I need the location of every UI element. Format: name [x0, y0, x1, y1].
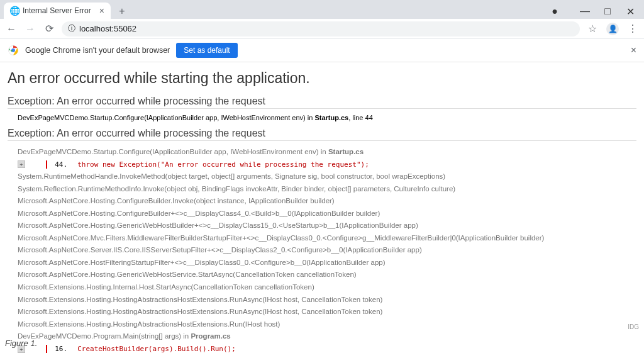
toolbar-right: ☆ 👤 ⋮ — [586, 23, 639, 35]
browser-tab[interactable]: 🌐 Internal Server Error × — [4, 3, 111, 19]
stack-frame: Microsoft.AspNetCore.Hosting.GenericWebH… — [8, 269, 636, 281]
stack-frame: Microsoft.AspNetCore.Server.IIS.Core.IIS… — [8, 244, 636, 257]
stack-frame: Microsoft.AspNetCore.HostFilteringStartu… — [8, 257, 636, 269]
watermark: IDG — [628, 323, 639, 330]
exception-detail-heading: Exception: An error occurred while proce… — [8, 128, 636, 141]
stack-frame: System.Reflection.RuntimeMethodInfo.Invo… — [8, 183, 636, 196]
stack-frame: Microsoft.Extensions.Hosting.Internal.Ho… — [8, 281, 636, 294]
stack-frame: Microsoft.AspNetCore.Mvc.Filters.Middlew… — [8, 232, 636, 245]
url-field[interactable]: ⓘ localhost:55062 — [62, 21, 580, 36]
stack-frame: Microsoft.Extensions.Hosting.HostingAbst… — [8, 306, 636, 318]
stack-source-row: + 16.CreateHostBuilder(args).Build().Run… — [8, 343, 636, 353]
new-tab-button[interactable]: + — [114, 4, 130, 19]
maximize-icon[interactable]: □ — [599, 4, 616, 19]
menu-icon[interactable]: ⋮ — [626, 23, 639, 35]
back-icon[interactable]: ← — [5, 23, 18, 35]
tab-close-icon[interactable]: × — [99, 6, 104, 16]
stack-frame: Microsoft.AspNetCore.Hosting.ConfigureBu… — [8, 208, 636, 220]
default-browser-infobar: Google Chrome isn't your default browser… — [0, 39, 644, 62]
set-default-button[interactable]: Set as default — [176, 43, 237, 58]
stack-frame: System.RuntimeMethodHandle.InvokeMethod(… — [8, 171, 636, 183]
expand-toggle[interactable]: + — [18, 160, 25, 168]
globe-icon: 🌐 — [10, 6, 19, 15]
site-info-icon[interactable]: ⓘ — [68, 23, 75, 34]
minimize-icon[interactable]: — — [576, 4, 594, 19]
error-page: An error occurred while starting the app… — [0, 62, 644, 353]
stack-frame: Microsoft.AspNetCore.Hosting.ConfigureBu… — [8, 195, 636, 208]
stack-frame: DevExPageMVCDemo.Program.Main(string[] a… — [8, 330, 636, 343]
forward-icon: → — [24, 23, 36, 35]
figure-label: Figure 1. — [5, 339, 37, 348]
stack-source-row: + 44.throw new Exception("An error occur… — [8, 159, 636, 171]
infobar-dismiss-icon[interactable]: × — [631, 45, 636, 56]
browser-chrome: 🌐 Internal Server Error × + ● — □ ✕ ← → … — [0, 0, 644, 39]
stack-frame: Microsoft.AspNetCore.Hosting.GenericWebH… — [8, 220, 636, 232]
exception-summary-heading: Exception: An error occurred while proce… — [8, 96, 636, 109]
address-bar: ← → ⟳ ⓘ localhost:55062 ☆ 👤 ⋮ — [0, 19, 644, 39]
star-icon[interactable]: ☆ — [586, 23, 599, 35]
stack-frame: Microsoft.Extensions.Hosting.HostingAbst… — [8, 318, 636, 331]
tab-bar: 🌐 Internal Server Error × + ● — □ ✕ — [0, 0, 644, 19]
url-text: localhost:55062 — [79, 24, 136, 33]
profile-avatar-icon[interactable]: 👤 — [606, 23, 619, 35]
window-controls: ● — □ ✕ — [546, 4, 644, 19]
account-dot-icon[interactable]: ● — [546, 4, 564, 19]
reload-icon[interactable]: ⟳ — [43, 23, 55, 35]
stack-frame: DevExPageMVCDemo.Startup.Configure(IAppl… — [8, 146, 636, 159]
page-title: An error occurred while starting the app… — [8, 70, 636, 87]
chrome-icon — [8, 45, 19, 56]
tab-title: Internal Server Error — [23, 6, 91, 15]
stack-trace: DevExPageMVCDemo.Startup.Configure(IAppl… — [8, 146, 636, 353]
infobar-text: Google Chrome isn't your default browser — [25, 46, 170, 55]
close-icon[interactable]: ✕ — [621, 4, 639, 19]
exception-summary-location: DevExPageMVCDemo.Startup.Configure(IAppl… — [18, 114, 636, 121]
stack-frame: Microsoft.Extensions.Hosting.HostingAbst… — [8, 294, 636, 306]
